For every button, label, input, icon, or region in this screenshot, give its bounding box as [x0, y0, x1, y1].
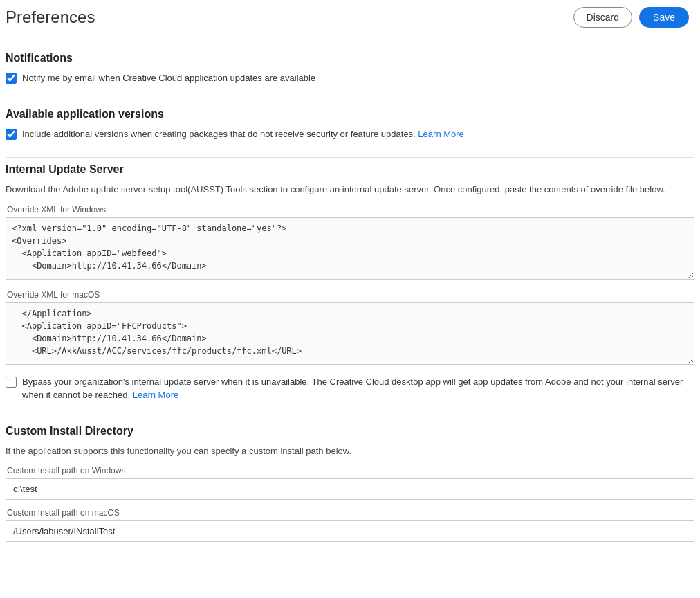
available-versions-checkbox-label: Include additional versions when creatin… — [22, 127, 464, 141]
custom-install-description: If the application supports this functio… — [6, 444, 694, 458]
discard-button[interactable]: Discard — [573, 7, 632, 28]
override-xml-macos-group: Override XML for macOS — [6, 290, 694, 367]
custom-install-windows-group: Custom Install path on Windows — [6, 466, 694, 500]
content: Notifications Notify me by email when Cr… — [0, 35, 700, 578]
available-versions-learn-more[interactable]: Learn More — [418, 129, 463, 139]
internal-update-section: Internal Update Server Download the Adob… — [6, 163, 694, 419]
custom-install-macos-group: Custom Install path on macOS — [6, 508, 694, 542]
custom-install-title: Custom Install Directory — [6, 425, 694, 437]
custom-install-section: Custom Install Directory If the applicat… — [6, 425, 694, 562]
notifications-checkbox[interactable] — [6, 73, 17, 84]
available-versions-section: Available application versions Include a… — [6, 108, 694, 158]
bypass-checkbox-label: Bypass your organization's internal upda… — [22, 375, 694, 402]
custom-install-macos-label: Custom Install path on macOS — [7, 508, 694, 518]
custom-install-macos-input[interactable] — [6, 520, 694, 542]
save-button[interactable]: Save — [639, 7, 689, 28]
available-versions-checkbox[interactable] — [6, 129, 17, 140]
header: Preferences Discard Save — [0, 0, 700, 35]
override-xml-windows-textarea[interactable] — [6, 217, 694, 280]
page-container: Preferences Discard Save Notifications N… — [0, 0, 700, 578]
custom-install-windows-input[interactable] — [6, 478, 694, 500]
bypass-checkbox-row: Bypass your organization's internal upda… — [6, 375, 694, 402]
notifications-title: Notifications — [6, 52, 694, 64]
notifications-checkbox-label: Notify me by email when Creative Cloud a… — [22, 71, 315, 85]
bypass-learn-more[interactable]: Learn More — [133, 390, 178, 400]
internal-update-description: Download the Adobe update server setup t… — [6, 183, 694, 197]
notifications-section: Notifications Notify me by email when Cr… — [6, 52, 694, 102]
available-versions-title: Available application versions — [6, 108, 694, 120]
header-buttons: Discard Save — [573, 7, 689, 28]
bypass-checkbox[interactable] — [6, 377, 17, 388]
override-xml-windows-group: Override XML for Windows — [6, 205, 694, 282]
available-versions-checkbox-row: Include additional versions when creatin… — [6, 127, 694, 141]
page-title: Preferences — [6, 8, 95, 27]
override-xml-macos-textarea[interactable] — [6, 302, 694, 365]
internal-update-title: Internal Update Server — [6, 163, 694, 176]
override-xml-macos-label: Override XML for macOS — [7, 290, 694, 300]
override-xml-windows-label: Override XML for Windows — [7, 205, 694, 215]
notifications-checkbox-row: Notify me by email when Creative Cloud a… — [6, 71, 694, 85]
custom-install-windows-label: Custom Install path on Windows — [7, 466, 694, 475]
